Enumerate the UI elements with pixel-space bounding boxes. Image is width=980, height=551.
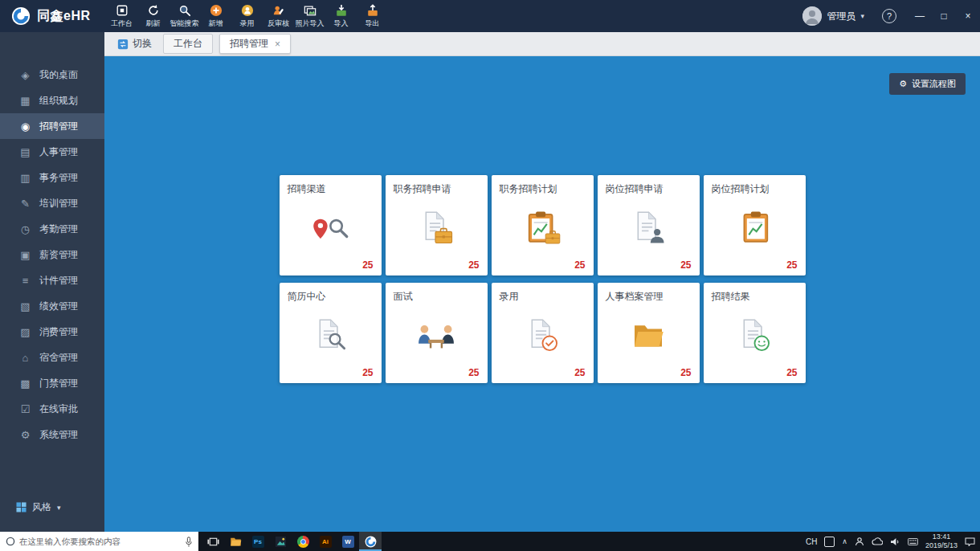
reverse-audit-icon	[272, 4, 285, 17]
app-title: 同鑫eHR	[37, 8, 91, 25]
help-button[interactable]: ?	[882, 9, 896, 23]
taskbar-app-tongxin-ehr[interactable]	[359, 532, 382, 551]
tab-workbench[interactable]: 工作台	[163, 34, 213, 54]
access-control-icon: ▩	[19, 378, 31, 390]
sidebar-item-recruitment[interactable]: ◉招聘管理	[0, 113, 104, 139]
tab-close-icon[interactable]: ×	[275, 39, 280, 49]
card-count: 25	[786, 259, 797, 271]
card-position-recruitment-plan[interactable]: 职务招聘计划 25	[492, 175, 594, 276]
sidebar-item-piecework[interactable]: ≡计件管理	[0, 267, 104, 293]
switch-button[interactable]: 切换	[112, 35, 157, 53]
taskbar-app-file-explorer[interactable]	[224, 532, 247, 551]
toolbar-hire-button[interactable]: 录用	[231, 0, 263, 32]
style-label: 风格	[32, 500, 51, 514]
card-hire[interactable]: 录用 25	[492, 283, 594, 383]
app-window: 同鑫eHR 工作台 刷新 智能搜索 新增 录用	[0, 0, 980, 551]
clipboard-chart-briefcase-icon	[521, 210, 563, 247]
volume-icon[interactable]	[890, 537, 900, 546]
toolbar-add-button[interactable]: 新增	[200, 0, 231, 32]
keyboard-icon[interactable]	[908, 538, 918, 545]
sidebar-item-access-control[interactable]: ▩门禁管理	[0, 370, 104, 396]
card-post-recruitment-application[interactable]: 岗位招聘申请 25	[598, 175, 700, 276]
tongxin-ehr-icon	[365, 536, 377, 548]
taskbar-search[interactable]	[0, 532, 198, 551]
caret-down-icon: ▾	[860, 12, 864, 20]
file-explorer-icon	[230, 536, 242, 548]
sidebar-item-salary[interactable]: ▣薪资管理	[0, 242, 104, 267]
illustrator-icon: Ai	[320, 536, 332, 548]
onedrive-cloud-icon[interactable]	[872, 537, 883, 545]
affairs-icon: ▥	[19, 172, 31, 184]
photoshop-icon: Ps	[252, 536, 264, 548]
workbench-icon	[116, 4, 129, 17]
sidebar-item-my-desktop[interactable]: ◈我的桌面	[0, 62, 104, 88]
taskbar-app-illustrator[interactable]: Ai	[314, 532, 337, 551]
ime-mode-icon[interactable]	[824, 537, 835, 547]
clock[interactable]: 13:41 2019/5/13	[925, 533, 958, 551]
document-check-icon	[521, 317, 563, 354]
card-resume-center[interactable]: 简历中心 25	[280, 283, 382, 383]
map-pin-search-icon	[309, 210, 351, 247]
taskbar-app-word[interactable]: W	[337, 532, 359, 551]
ime-language-indicator[interactable]: CH	[806, 537, 817, 546]
card-personnel-archive[interactable]: 人事档案管理 25	[598, 283, 700, 383]
chevron-up-icon[interactable]: ∧	[842, 537, 847, 545]
sidebar-item-affairs[interactable]: ▥事务管理	[0, 165, 104, 190]
system-gear-icon: ⚙	[19, 429, 31, 441]
tray-date: 2019/5/13	[925, 541, 958, 550]
toolbar-import-button[interactable]: 导入	[325, 0, 357, 32]
tab-recruitment[interactable]: 招聘管理 ×	[219, 34, 291, 54]
sidebar-item-org-planning[interactable]: ▦组织规划	[0, 88, 104, 113]
avatar	[802, 6, 822, 26]
maximize-button[interactable]: □	[932, 0, 956, 32]
card-interview[interactable]: 面试 25	[386, 283, 488, 383]
toolbar-refresh-button[interactable]: 刷新	[137, 0, 169, 32]
style-grid-icon	[16, 502, 27, 512]
sidebar-item-training[interactable]: ✎培训管理	[0, 190, 104, 216]
toolbar-smart-search-button[interactable]: 智能搜索	[169, 0, 200, 32]
attendance-clock-icon: ◷	[19, 223, 31, 235]
card-count: 25	[680, 367, 691, 378]
sidebar-item-consumption[interactable]: ▨消费管理	[0, 319, 104, 345]
task-view-button[interactable]	[202, 532, 224, 551]
sidebar-item-online-approval[interactable]: ☑在线审批	[0, 396, 104, 422]
taskbar-search-input[interactable]	[19, 537, 181, 546]
toolbar-photo-import-button[interactable]: 照片导入	[294, 0, 325, 32]
folder-icon	[627, 317, 669, 354]
module-card-grid: 招聘渠道 25 职务招聘申请 25 职务招聘计划	[280, 175, 806, 383]
taskbar-app-chrome[interactable]	[292, 532, 314, 551]
people-icon[interactable]	[855, 537, 864, 546]
taskbar-app-photoshop[interactable]: Ps	[247, 532, 269, 551]
card-recruitment-result[interactable]: 招聘结果 25	[704, 283, 806, 383]
set-flowchart-button[interactable]: ⚙ 设置流程图	[889, 73, 966, 95]
card-position-recruitment-application[interactable]: 职务招聘申请 25	[386, 175, 488, 276]
toolbar-workbench-button[interactable]: 工作台	[106, 0, 137, 32]
user-menu[interactable]: 管理员 ▾	[796, 6, 871, 26]
document-magnifier-icon	[309, 317, 351, 354]
sidebar-item-performance[interactable]: ▧绩效管理	[0, 293, 104, 319]
document-smile-icon	[733, 317, 775, 354]
microphone-icon[interactable]	[185, 537, 193, 547]
photos-icon	[275, 536, 287, 548]
sidebar-item-dormitory[interactable]: ⌂宿舍管理	[0, 345, 104, 370]
toolbar-reverse-audit-button[interactable]: 反审核	[263, 0, 294, 32]
close-button[interactable]: ×	[956, 0, 980, 32]
card-post-recruitment-plan[interactable]: 岗位招聘计划 25	[704, 175, 806, 276]
card-recruitment-channel[interactable]: 招聘渠道 25	[280, 175, 382, 276]
card-count: 25	[468, 367, 479, 378]
document-person-icon	[627, 210, 669, 247]
sidebar-item-system[interactable]: ⚙系统管理	[0, 422, 104, 447]
consumption-icon: ▨	[19, 326, 31, 338]
toolbar-export-button[interactable]: 导出	[357, 0, 388, 32]
recruitment-icon: ◉	[19, 120, 31, 133]
style-switcher[interactable]: 风格 ▾	[16, 500, 61, 514]
taskbar-app-photos[interactable]	[269, 532, 292, 551]
sidebar: ◈我的桌面 ▦组织规划 ◉招聘管理 ▤人事管理 ▥事务管理 ✎培训管理 ◷考勤管…	[0, 32, 104, 532]
topbar-toolbar: 工作台 刷新 智能搜索 新增 录用 反审核	[106, 0, 388, 32]
cortana-icon	[6, 537, 15, 546]
action-center-icon[interactable]	[965, 537, 975, 546]
sidebar-item-attendance[interactable]: ◷考勤管理	[0, 216, 104, 242]
minimize-button[interactable]: —	[908, 0, 932, 32]
card-count: 25	[362, 367, 373, 378]
sidebar-item-personnel[interactable]: ▤人事管理	[0, 139, 104, 165]
